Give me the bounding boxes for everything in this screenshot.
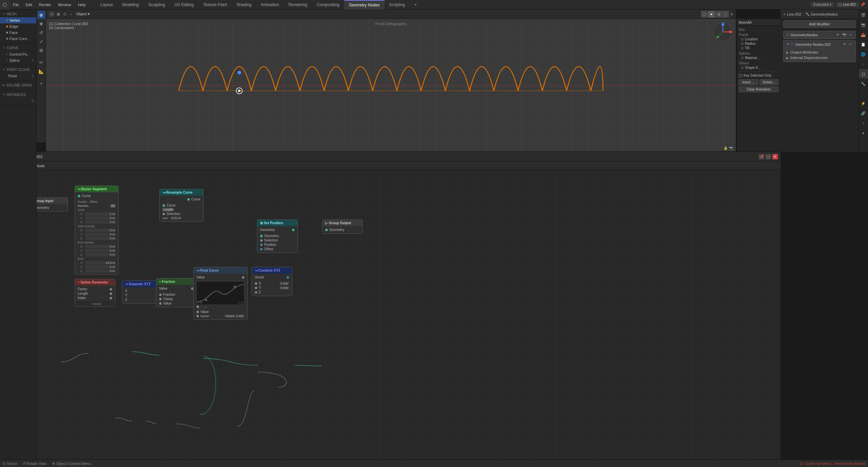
delete-button[interactable]: Delete... [760,79,779,85]
node-close-icon[interactable]: ✕ [772,154,778,159]
annotate-tool[interactable]: ✏ [37,58,45,66]
solid-icon[interactable]: ● [708,11,715,18]
menu-window[interactable]: Window [55,0,75,9]
location-checkbox[interactable] [741,38,744,41]
tab-rendering[interactable]: Rendering [284,0,312,9]
modifier-gn-show-viewport[interactable]: 👁 [835,33,841,37]
tab-scripting[interactable]: Scripting [384,0,410,9]
bs-end-y-val[interactable]: 0 m [85,265,116,269]
object-name[interactable]: ⬡ Line.002 [836,2,859,7]
location-row[interactable]: Location [739,37,778,41]
viewport-select-icon[interactable]: ⊡ [62,11,68,17]
tab-world-props[interactable]: ○ [859,59,868,69]
menu-help[interactable]: Help [75,0,89,9]
viewport-object-btn[interactable]: Object ▾ [74,11,92,17]
tab-modeling[interactable]: Modeling [118,0,144,9]
tab-physics-props[interactable]: ⚡ [859,99,868,108]
viewport-gizmo-icon[interactable]: ⊕ [730,12,733,16]
tilt-checkbox[interactable] [741,47,744,50]
pin-node-icon[interactable]: 📌 [759,154,764,159]
shape-k-checkbox[interactable] [741,66,744,69]
node-spline-parameter[interactable]: ~ Spline Parameter Factor Length Index →… [75,279,115,307]
cxyz-x-value[interactable]: 0.000 [279,282,289,285]
radius-checkbox[interactable] [741,42,744,45]
bs-sh-y-val[interactable]: 0 m [85,233,116,236]
sidebar-item-control-points[interactable]: ○ Control.Po.. [0,51,36,57]
viewport-overlay-icon[interactable]: ⊙ [49,11,55,17]
node-set-position[interactable]: ⊞ Set Position Geometry Geometry Selecti… [257,219,298,253]
sidebar-item-face-corners[interactable]: Face Corn.. [0,36,36,42]
node-node-menu[interactable]: Node [36,164,45,168]
node-canvas[interactable]: ▷ Group Input Geometry ↝ Bezier Segment … [0,170,781,460]
add-tool[interactable]: + [37,79,45,87]
sidebar-item-edge[interactable]: Edge [0,23,36,30]
measure-tool[interactable]: 📐 [37,67,45,75]
sidebar-item-face[interactable]: Face [0,30,36,36]
sidebar-item-point[interactable]: · Point 0 [0,73,36,79]
fc-arrow-icon[interactable]: ↔ [201,306,204,309]
radius-row[interactable]: Radius [739,41,778,46]
bs-start-x-val[interactable]: -1 m [85,212,116,216]
tab-object-props[interactable]: ▢ [859,69,868,79]
bs-end-x-val[interactable]: 10.8 m [85,261,116,265]
sidebar-item-instances[interactable]: 0 [0,98,36,104]
bs-res-value[interactable]: 16 [110,204,116,208]
menu-file[interactable]: File [9,0,22,9]
sidebar-item-spline[interactable]: ○ Spline 1 [0,57,36,63]
node-fraction[interactable]: ÷ Fraction Value Fraction Clamp Value [156,278,197,307]
tab-animation[interactable]: Animation [256,0,283,9]
tab-data-props[interactable]: ⟡ [859,118,868,128]
tab-output-props[interactable]: 📤 [859,30,868,39]
tab-shading[interactable]: Shading [232,0,256,9]
cxyz-y-value[interactable]: 0.000 [279,286,289,290]
internal-dependencies-row[interactable]: ▶ Internal Dependencies [786,55,853,60]
rotate-tool[interactable]: ↺ [37,28,45,37]
wireframe-icon[interactable]: ◻ [701,11,708,18]
tab-add[interactable]: + [410,0,421,9]
fc-factor-value[interactable]: Factor: 1.000 [224,314,244,318]
tab-particles-props[interactable]: · [859,89,868,98]
node-float-curve[interactable]: ↝ Float Curve Value [193,267,248,320]
bs-sh-x-val[interactable]: 0 m [85,229,116,232]
menu-render[interactable]: Render [36,0,55,9]
tab-render-props[interactable]: 📷 [859,20,868,30]
bs-eh-y-val[interactable]: 0 m [85,249,116,252]
tab-compositing[interactable]: Compositing [312,0,344,9]
bs-eh-z-val[interactable]: 0 m [85,253,116,256]
output-attributes-row[interactable]: ▶ Output Attributes [786,50,853,55]
material-icon[interactable]: ◑ [715,11,722,18]
node-resample-curve[interactable]: ↝ Resample Curve Curve Curve Length Sele… [159,189,203,222]
node-shrink-icon[interactable]: ◻ [766,154,771,159]
fc-plus-icon[interactable]: + [204,306,206,309]
shape-k-row[interactable]: Shape K... [739,65,778,70]
node-bezier-segment[interactable]: ↝ Bezier Segment Curve Positio.. Offset:… [75,186,119,275]
viewport-view-icon[interactable]: ▣ [55,11,61,17]
modifier-gn-show-render[interactable]: 📷 [841,33,847,37]
tab-material-props[interactable]: ● [859,128,868,138]
add-modifier-button[interactable]: Add Modifier [783,20,856,28]
material-checkbox[interactable] [741,57,744,59]
sidebar-item-vertex[interactable]: Vertex [0,17,36,23]
modifier-gn-apply[interactable]: ✕ [848,33,853,37]
move-tool[interactable]: ✥ [37,20,45,28]
modifier-gn002-apply[interactable]: ✕ [848,42,853,46]
node-combine-xyz[interactable]: ↝ Combine XYZ Vector X 0.000 Y 0.000 Z [252,267,292,296]
tab-view-layer-props[interactable]: 📋 [859,40,868,49]
bs-start-z-val[interactable]: 0 m [85,220,116,224]
tab-texture-paint[interactable]: Texture Paint [198,0,232,9]
tab-scene-props[interactable]: 🎬 [859,10,868,20]
menu-edit[interactable]: Edit [22,0,36,9]
tab-uv-editing[interactable]: UV Editing [170,0,199,9]
transform-tool[interactable]: ⊞ [37,46,45,54]
material-row[interactable]: Material ... [739,56,778,60]
bs-sh-z-val[interactable]: 0 m [85,237,116,240]
bs-end-z-val[interactable]: 0 m [85,269,116,273]
tab-layout[interactable]: Layout [96,0,118,9]
float-curve-graph[interactable]: 0.52 0.74 [196,281,244,305]
insert-button[interactable]: Insert ... [739,79,758,85]
node-group-output[interactable]: ▷ Group Output Geometry [322,219,363,234]
tilt-row[interactable]: Tilt [739,46,778,50]
mode-dropdown[interactable]: Evaluated ▾ [811,2,834,7]
bs-start-y-val[interactable]: 0 m [85,216,116,220]
bs-eh-x-val[interactable]: 0 m [85,245,116,248]
